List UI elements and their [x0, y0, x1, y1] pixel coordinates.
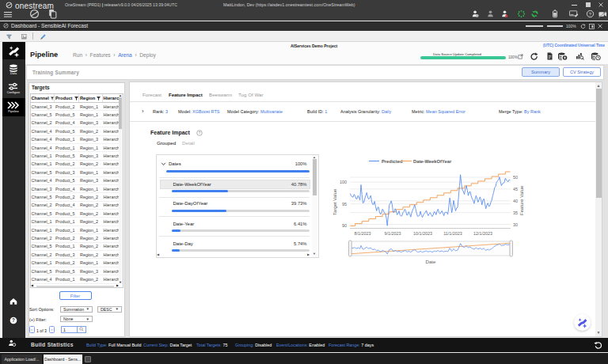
- svg-text:?: ?: [199, 131, 201, 135]
- svg-text:Date-WeekOfYear: Date-WeekOfYear: [413, 159, 452, 164]
- svg-text:12/1/2023: 12/1/2023: [473, 231, 492, 236]
- svg-text:11/1/2023: 11/1/2023: [443, 231, 462, 236]
- svg-text:?: ?: [589, 12, 592, 17]
- svg-text:Predicted: Predicted: [382, 159, 403, 164]
- svg-text:100: 100: [340, 180, 347, 184]
- svg-text:95: 95: [342, 202, 347, 207]
- svg-text:50: 50: [513, 175, 518, 180]
- svg-text:10/1/2023: 10/1/2023: [413, 231, 432, 236]
- svg-text:8/1/2023: 8/1/2023: [355, 231, 371, 236]
- svg-text:40: 40: [513, 199, 518, 203]
- svg-text:Date: Date: [425, 259, 436, 264]
- svg-text:?: ?: [12, 317, 15, 323]
- svg-text:30: 30: [513, 222, 518, 227]
- svg-text:45: 45: [513, 187, 518, 191]
- svg-text:35: 35: [513, 210, 518, 215]
- svg-text:9/1/2023: 9/1/2023: [385, 231, 401, 236]
- svg-text:90: 90: [342, 223, 347, 228]
